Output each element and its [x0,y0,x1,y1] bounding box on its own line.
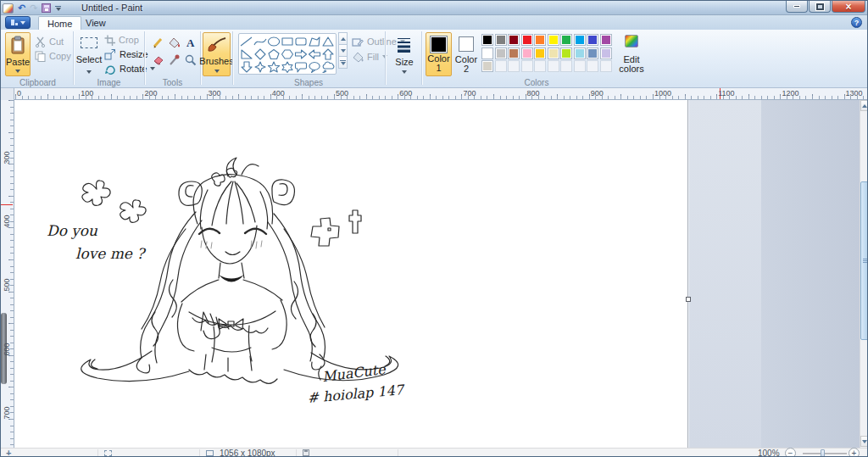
file-menu-button[interactable] [5,16,31,29]
crop-button: Crop [104,33,139,47]
tab-home[interactable]: Home [38,16,81,30]
shapes-scroll-down-button[interactable] [338,44,348,57]
vertical-scrollbar[interactable] [860,100,868,448]
size-button[interactable]: Size [390,32,419,76]
palette-color-swatch[interactable] [534,47,546,59]
shape-up-arrow-icon[interactable] [321,47,335,60]
palette-color-swatch[interactable] [587,34,598,46]
paste-button[interactable]: Paste [5,32,31,76]
palette-color-swatch[interactable] [508,47,520,59]
palette-empty-swatch [560,60,572,72]
magnifier-tool-button[interactable] [182,52,198,67]
palette-color-swatch[interactable] [521,34,533,46]
brushes-button[interactable]: Brushes [203,32,231,76]
cut-label: Cut [49,36,64,47]
palette-color-swatch[interactable] [548,34,559,46]
scroll-down-button[interactable] [860,436,868,447]
shape-rounded-callout-icon[interactable] [294,60,308,73]
shape-diamond-icon[interactable] [253,47,267,60]
shape-triangle-icon[interactable] [321,35,335,47]
zoom-out-button[interactable]: − [785,448,796,457]
zoom-slider[interactable] [803,453,847,454]
scroll-up-button[interactable] [860,100,868,111]
canvas-drawing: Do you love me ? MuaCute # hoiolap 147 [14,100,688,448]
palette-color-swatch[interactable] [481,60,493,72]
shapes-scroll-up-button[interactable] [338,32,348,45]
palette-color-swatch[interactable] [495,34,507,46]
palette-color-swatch[interactable] [587,47,598,59]
shape-polygon-icon[interactable] [308,35,321,47]
palette-color-swatch[interactable] [481,34,493,46]
undo-icon[interactable]: ↶ [18,3,25,13]
zoom-slider-thumb[interactable] [821,449,825,457]
scrollbar-thumb[interactable] [860,181,868,340]
group-separator [385,31,386,85]
shape-rectangle-icon[interactable] [281,35,294,47]
shape-rounded-rectangle-icon[interactable] [294,35,308,47]
status-separator [97,449,98,457]
ruler-v-label: 700 [3,405,11,421]
canvas-resize-handle[interactable] [686,297,691,302]
color-picker-tool-button[interactable] [166,52,181,67]
resize-button[interactable]: Resize [104,47,148,61]
shape-oval-icon[interactable] [267,35,281,47]
copy-button: Copy [35,49,71,63]
tab-view[interactable]: View [77,16,114,30]
close-icon: × [845,2,851,12]
palette-color-swatch[interactable] [495,47,507,59]
shape-curve-icon[interactable] [253,35,267,47]
shape-down-arrow-icon[interactable] [240,60,253,73]
shape-hexagon-icon[interactable] [281,47,294,60]
text-tool-button[interactable]: A [182,35,198,50]
paint-app-icon[interactable] [3,3,14,14]
crop-label: Crop [119,35,139,45]
palette-color-swatch[interactable] [481,47,493,59]
shape-four-point-star-icon[interactable] [253,60,267,73]
qat-menu-button[interactable] [55,6,61,11]
palette-color-swatch[interactable] [600,34,612,46]
shape-five-point-star-icon[interactable] [267,60,281,73]
drawing-canvas[interactable]: Do you love me ? MuaCute # hoiolap 147 [14,100,688,448]
palette-color-swatch[interactable] [574,47,586,59]
color1-button[interactable]: Color 1 [426,32,452,76]
color-palette [481,34,612,72]
palette-color-swatch[interactable] [574,34,586,46]
shapes-more-button[interactable] [338,56,348,69]
close-button[interactable]: × [832,1,865,13]
select-button[interactable]: Select [75,32,103,76]
signature-line1: MuaCute [321,361,387,385]
shape-right-arrow-icon[interactable] [294,47,308,60]
palette-color-swatch[interactable] [548,47,559,59]
ruler-v-label: 300 [3,150,11,165]
palette-color-swatch[interactable] [600,47,612,59]
pencil-tool-button[interactable] [150,35,165,50]
fill-tool-button[interactable] [166,35,181,50]
palette-empty-swatch [508,60,520,72]
shape-cloud-callout-icon[interactable] [321,60,335,73]
shape-right-triangle-icon[interactable] [240,47,253,60]
group-tools: A Tools [145,30,200,88]
maximize-button[interactable] [809,1,831,13]
handwriting-line1: Do you [47,222,98,239]
shape-pentagon-icon[interactable] [267,47,281,60]
color2-button[interactable]: Color 2 [453,32,479,76]
zoom-in-button[interactable]: + [849,448,860,457]
palette-color-swatch[interactable] [560,34,572,46]
shape-left-arrow-icon[interactable] [308,47,321,60]
paint-window: ↶ ↷ Untitled - Paint × Home View ? [0,0,868,457]
palette-color-swatch[interactable] [560,47,572,59]
minimize-button[interactable] [786,1,808,13]
palette-color-swatch[interactable] [534,34,546,46]
edit-colors-button[interactable]: Edit colors [615,32,648,76]
help-icon[interactable]: ? [851,17,862,28]
shape-six-point-star-icon[interactable] [281,60,294,73]
chevron-down-icon [86,70,92,74]
save-icon[interactable] [42,3,51,13]
palette-color-swatch[interactable] [508,34,520,46]
palette-color-swatch[interactable] [521,47,533,59]
eraser-tool-button[interactable] [150,52,165,67]
crop-icon [104,35,115,46]
selection-size-icon [104,450,112,456]
shape-line-icon[interactable] [240,35,253,47]
shape-oval-callout-icon[interactable] [308,60,321,73]
